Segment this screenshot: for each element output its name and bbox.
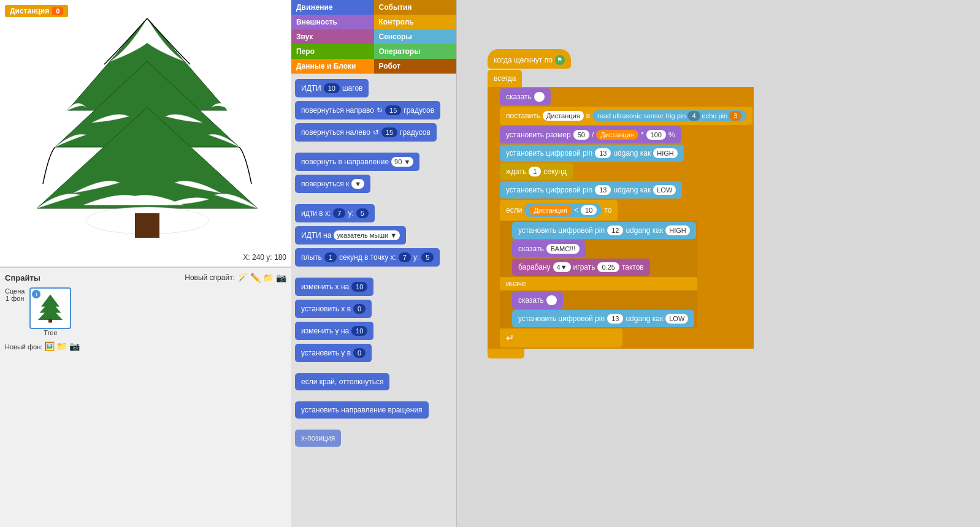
forever-bottom [488, 349, 524, 358]
middle-panel: Движение События Внешность Контроль Звук… [291, 0, 457, 527]
tree-sprite [0, 0, 291, 267]
category-sound[interactable]: Звук [291, 29, 374, 44]
sprites-panel: Спрайты Новый спрайт: 🪄 ✏️ 📁 📷 Сцена 1 ф… [0, 267, 291, 527]
new-sprite-wand-icon[interactable]: 🪄 [237, 273, 248, 282]
sprite-item-tree[interactable]: i Tree [29, 287, 71, 336]
category-pen[interactable]: Перо [291, 44, 374, 59]
forever-inner: сказать поставить Дистанция в read ultra… [488, 87, 754, 349]
set-digital-pin-13-high[interactable]: установить цифровой pin 13 udgang как HI… [500, 145, 684, 162]
distance-badge: Дистанция 0 [5, 5, 68, 17]
category-events[interactable]: События [374, 0, 457, 15]
block-point-towards[interactable]: повернуться к ▼ [295, 175, 370, 193]
category-sensing[interactable]: Сенсоры [374, 29, 457, 44]
sprites-title: Спрайты [5, 273, 40, 282]
read-sensor-block[interactable]: read ultrasonic sensor trig pin 4 echo p… [592, 110, 746, 121]
new-bg-folder-icon[interactable]: 📁 [56, 341, 67, 351]
sprites-list: i Tree [29, 287, 71, 336]
sprite-name-tree: Tree [44, 329, 57, 336]
left-panel: Дистанция 0 [0, 0, 291, 527]
hat-block-green-flag[interactable]: когда щелкнут по ⚑ [488, 49, 571, 69]
category-control[interactable]: Контроль [374, 15, 457, 29]
bottom-new-background: Новый фон: 🖼️ 📁 📷 [5, 341, 286, 351]
if-bottom: ↵ [500, 328, 622, 347]
green-flag-icon: ⚑ [555, 55, 565, 65]
scene-panel: Сцена 1 фон [5, 287, 25, 336]
block-go-to-xy[interactable]: идти в x: 7 y: 5 [295, 204, 375, 222]
stage-area: Дистанция 0 [0, 0, 291, 267]
new-bg-camera-icon[interactable]: 📷 [69, 341, 80, 351]
else-label: иначе [500, 277, 697, 290]
svg-rect-8 [48, 319, 52, 323]
block-bounce[interactable]: если край, оттолкнуться [295, 373, 389, 390]
block-gap-2 [295, 197, 453, 200]
new-sprite-section: Новый спрайт: 🪄 ✏️ 📁 📷 [185, 273, 286, 282]
set-var-block[interactable]: поставить Дистанция в read ultrasonic se… [500, 107, 752, 125]
if-else-inner: сказать установить цифровой pin 13 udgan… [500, 290, 697, 328]
svg-marker-2 [37, 107, 258, 208]
right-panel: когда щелкнут по ⚑ всегда сказать [457, 0, 980, 527]
sprite-thumbnail-tree[interactable]: i [29, 287, 71, 329]
scene-sublabel: 1 фон [6, 295, 24, 302]
block-gap-1 [295, 145, 453, 149]
say-block-1[interactable]: сказать [500, 88, 551, 105]
if-condition[interactable]: Дистанция < 10 [524, 203, 602, 217]
svg-marker-7 [38, 307, 63, 320]
forever-block[interactable]: всегда сказать поставить Дистанция в [488, 70, 754, 358]
block-turn-left[interactable]: повернуться налево ↺ 15 градусов [295, 123, 437, 142]
block-x-position[interactable]: х-позиция [295, 430, 341, 447]
block-glide[interactable]: плыть 1 секунд в точку х: 7 y: 5 [295, 248, 440, 267]
set-pin12-high[interactable]: установить цифровой pin 12 udgang как HI… [512, 222, 696, 239]
block-point-direction[interactable]: повернуть в направление 90 ▼ [295, 153, 419, 171]
blocks-list: ИДТИ 10 шагов повернуться направо ↻ 15 г… [291, 74, 456, 527]
say-bams-block[interactable]: сказать БАМС!!! [512, 240, 586, 257]
block-go-to[interactable]: ИДТИ на указатель мыши ▼ [295, 226, 406, 245]
block-gap-6 [295, 422, 453, 426]
script-container: когда щелкнут по ⚑ всегда сказать [488, 49, 754, 358]
set-digital-pin-13-low[interactable]: установить цифровой pin 13 udgang как LO… [500, 181, 682, 199]
block-set-x[interactable]: установить х в 0 [295, 300, 372, 318]
distance-value: 0 [52, 7, 63, 15]
if-else-block[interactable]: если Дистанция < 10 то [500, 200, 697, 347]
category-looks[interactable]: Внешность [291, 15, 374, 29]
new-sprite-label: Новый спрайт: [185, 273, 235, 282]
wait-block[interactable]: ждать 1 секунд [500, 163, 573, 180]
sprites-header: Спрайты Новый спрайт: 🪄 ✏️ 📁 📷 [5, 273, 286, 282]
block-set-rotation[interactable]: установить направление вращения [295, 401, 429, 419]
block-gap-3 [295, 270, 453, 274]
block-gap-5 [295, 394, 453, 398]
category-robot[interactable]: Робот [374, 59, 457, 74]
set-size-block[interactable]: установить размер 50 / Дистанция * 100 % [500, 126, 681, 143]
sprites-content: Сцена 1 фон i [5, 287, 286, 336]
if-top: если Дистанция < 10 то [500, 200, 618, 221]
forever-top: всегда [488, 70, 522, 87]
distance-label: Дистанция [10, 7, 49, 15]
new-bg-label: Новый фон: [5, 343, 42, 351]
new-sprite-paint-icon[interactable]: ✏️ [250, 273, 261, 282]
new-sprite-folder-icon[interactable]: 📁 [263, 273, 274, 282]
block-turn-right[interactable]: повернуться направо ↻ 15 градусов [295, 101, 440, 119]
block-gap-4 [295, 366, 453, 370]
category-motion[interactable]: Движение [291, 0, 374, 15]
block-change-x[interactable]: изменить х на 10 [295, 278, 373, 296]
blocks-categories: Движение События Внешность Контроль Звук… [291, 0, 456, 74]
category-data[interactable]: Данные и Блоки [291, 59, 374, 74]
set-pin13-low-else[interactable]: установить цифровой pin 13 udgang как LO… [512, 310, 694, 327]
drum-block[interactable]: барабану 4▼ играть 0.25 тактов [512, 259, 650, 276]
xy-display: X: 240 y: 180 [243, 253, 286, 262]
category-operators[interactable]: Операторы [374, 44, 457, 59]
new-bg-paint-icon[interactable]: 🖼️ [44, 341, 55, 351]
if-then-inner: установить цифровой pin 12 udgang как HI… [500, 221, 697, 277]
new-sprite-camera-icon[interactable]: 📷 [276, 273, 286, 282]
svg-rect-4 [135, 213, 159, 238]
say-empty-block[interactable]: сказать [512, 292, 563, 309]
block-move[interactable]: ИДТИ 10 шагов [295, 79, 369, 97]
scene-label: Сцена [5, 287, 25, 295]
block-set-y[interactable]: установить у в 0 [295, 344, 372, 362]
block-change-y[interactable]: изменить у на 10 [295, 322, 373, 340]
sprite-icon-tree [35, 293, 66, 324]
